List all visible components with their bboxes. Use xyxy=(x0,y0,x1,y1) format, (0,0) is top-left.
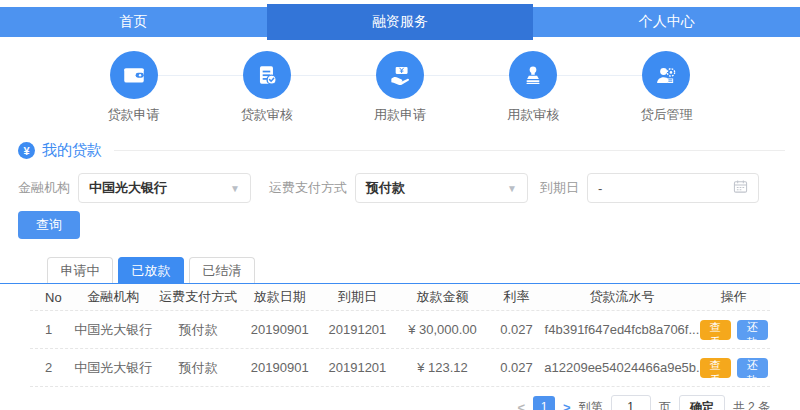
cell-loan-date: 20190901 xyxy=(241,322,319,337)
col-header-serial: 贷款流水号 xyxy=(544,288,699,306)
table-header: No 金融机构 运费支付方式 放款日期 到期日 放款金额 利率 贷款流水号 操作 xyxy=(30,284,770,311)
step-loan-review[interactable]: 贷款审核 xyxy=(200,51,333,124)
cell-amount: ¥ 30,000.00 xyxy=(396,322,489,337)
process-steps: 贷款申请 贷款审核 用款申请 用款审核 贷后管理 xyxy=(67,51,733,124)
cell-institution: 中国光大银行 xyxy=(71,359,156,377)
cell-no: 1 xyxy=(30,322,71,337)
institution-label: 金融机构 xyxy=(18,179,70,197)
filter-bar: 金融机构 中国光大银行 ▼ 运费支付方式 预付款 ▼ 到期日 - xyxy=(18,173,800,203)
cell-loan-date: 20190901 xyxy=(241,360,319,375)
table-row: 2 中国光大银行 预付款 20190901 20191201 ¥ 123.12 … xyxy=(30,349,770,387)
wallet-icon xyxy=(110,51,158,99)
step-fund-apply[interactable]: 用款申请 xyxy=(333,51,466,124)
step-post-loan[interactable]: 贷后管理 xyxy=(600,51,733,124)
step-label: 用款审核 xyxy=(507,106,559,124)
table-body: 1 中国光大银行 预付款 20190901 20191201 ¥ 30,000.… xyxy=(30,311,770,387)
step-loan-apply[interactable]: 贷款申请 xyxy=(67,51,200,124)
pagination: < 1 > 到第 页 确定 共 2 条 xyxy=(0,395,770,410)
cell-institution: 中国光大银行 xyxy=(71,321,156,339)
calendar-icon xyxy=(733,179,748,197)
next-page-button[interactable]: > xyxy=(563,400,571,410)
step-label: 贷后管理 xyxy=(640,106,692,124)
cell-serial: a12209ee54024466a9e5b... xyxy=(544,360,699,375)
step-label: 贷款申请 xyxy=(108,106,160,124)
nav-tab-financing[interactable]: 融资服务 xyxy=(267,4,534,40)
document-check-icon xyxy=(243,51,291,99)
query-button[interactable]: 查询 xyxy=(18,211,80,239)
cell-payment: 预付款 xyxy=(156,359,241,377)
view-button[interactable]: 查看 xyxy=(700,320,731,340)
cell-rate: 0.027 xyxy=(489,322,545,337)
cell-due-date: 20191201 xyxy=(319,322,397,337)
title-divider xyxy=(114,150,785,151)
page-1-button[interactable]: 1 xyxy=(533,396,555,410)
due-date-value: - xyxy=(598,181,733,196)
cell-payment: 预付款 xyxy=(156,321,241,339)
nav-tab-home[interactable]: 首页 xyxy=(0,7,267,37)
table-row: 1 中国光大银行 预付款 20190901 20191201 ¥ 30,000.… xyxy=(30,311,770,349)
payment-value: 预付款 xyxy=(366,179,507,197)
tab-applying[interactable]: 申请中 xyxy=(47,257,113,283)
cell-rate: 0.027 xyxy=(489,360,545,375)
col-header-due-date: 到期日 xyxy=(319,288,397,306)
step-fund-review[interactable]: 用款审核 xyxy=(467,51,600,124)
hand-money-icon xyxy=(376,51,424,99)
page-title: 我的贷款 xyxy=(42,141,102,160)
payment-select[interactable]: 预付款 ▼ xyxy=(355,173,528,203)
stamp-icon xyxy=(509,51,557,99)
payment-label: 运费支付方式 xyxy=(269,179,347,197)
tab-disbursed[interactable]: 已放款 xyxy=(118,257,184,283)
col-header-loan-date: 放款日期 xyxy=(241,288,319,306)
due-date-label: 到期日 xyxy=(540,179,579,197)
confirm-button[interactable]: 确定 xyxy=(679,395,725,410)
result-tabs: 申请中 已放款 已结清 xyxy=(0,257,800,284)
col-header-rate: 利率 xyxy=(489,288,545,306)
cell-due-date: 20191201 xyxy=(319,360,397,375)
chevron-down-icon: ▼ xyxy=(507,183,517,194)
top-nav: 首页 融资服务 个人中心 xyxy=(0,7,800,37)
user-gear-icon xyxy=(642,51,690,99)
loans-table: No 金融机构 运费支付方式 放款日期 到期日 放款金额 利率 贷款流水号 操作… xyxy=(30,284,770,387)
col-header-institution: 金融机构 xyxy=(71,288,156,306)
yuan-circle-icon: ¥ xyxy=(18,142,35,159)
col-header-amount: 放款金额 xyxy=(396,288,489,306)
col-header-no: No xyxy=(30,290,71,305)
prev-page-button[interactable]: < xyxy=(517,400,525,410)
goto-label: 到第 xyxy=(579,399,603,410)
page-number-input[interactable] xyxy=(611,395,651,410)
cell-amount: ¥ 123.12 xyxy=(396,360,489,375)
total-count-label: 共 2 条 xyxy=(733,399,770,410)
chevron-down-icon: ▼ xyxy=(230,183,240,194)
cell-no: 2 xyxy=(30,360,71,375)
section-my-loans: ¥ 我的贷款 xyxy=(18,141,785,160)
cell-serial: f4b391f647ed4fcb8a706f... xyxy=(544,322,699,337)
step-label: 贷款审核 xyxy=(241,106,293,124)
tab-settled[interactable]: 已结清 xyxy=(189,257,255,283)
view-button[interactable]: 查看 xyxy=(700,358,731,378)
institution-select[interactable]: 中国光大银行 ▼ xyxy=(78,173,251,203)
repay-button[interactable]: 还款 xyxy=(737,320,768,340)
institution-value: 中国光大银行 xyxy=(89,179,230,197)
col-header-payment: 运费支付方式 xyxy=(156,288,241,306)
col-header-actions: 操作 xyxy=(700,288,770,306)
page-unit-label: 页 xyxy=(659,399,671,410)
nav-tab-personal[interactable]: 个人中心 xyxy=(533,7,800,37)
repay-button[interactable]: 还款 xyxy=(737,358,768,378)
due-date-input[interactable]: - xyxy=(587,173,759,203)
step-label: 用款申请 xyxy=(374,106,426,124)
